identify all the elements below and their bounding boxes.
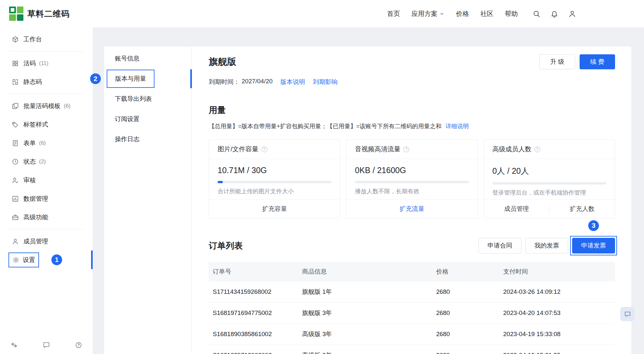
usage-card-header: 图片/文件容量 <box>209 140 340 159</box>
product-info: 旗舰版 1年 <box>298 281 432 303</box>
sidebar-item-static-codes[interactable]: 静态码 <box>0 73 93 91</box>
upgrade-button[interactable]: 升 级 <box>539 54 575 69</box>
usage-value: 0KB / 21600G <box>355 166 469 175</box>
logo-square <box>17 14 24 21</box>
nav-help[interactable]: 帮助 <box>503 7 519 20</box>
renew-button[interactable]: 续 费 <box>580 54 615 69</box>
progress-bar <box>218 181 331 183</box>
sidebar-item-status[interactable]: 状态 (2) <box>0 152 93 171</box>
expand-storage-button[interactable]: 扩充容量 <box>209 200 340 218</box>
search-icon[interactable] <box>532 10 541 18</box>
sidebar-item-settings[interactable]: 设置 1 <box>0 251 93 269</box>
usage-detail-link[interactable]: 详细说明 <box>446 122 469 130</box>
progress-bar <box>355 181 469 183</box>
sidebar-item-label-style[interactable]: 标签样式 <box>0 115 93 134</box>
orders-header-row: 订单列表 申请合同 我的发票 申请发票 3 <box>209 238 615 253</box>
sidebar-item-advanced[interactable]: 高级功能 <box>0 208 93 226</box>
orders-section-title: 订单列表 <box>209 240 243 252</box>
my-invoices-button[interactable]: 我的发票 <box>525 238 568 253</box>
table-row: S1681889712003002 高级版 3年 2680 2023-04-19… <box>209 345 615 354</box>
col-price: 价格 <box>432 262 499 281</box>
top-header: 草料二维码 首页 应用方案 价格 社区 帮助 <box>0 0 644 27</box>
apply-contract-button[interactable]: 申请合同 <box>478 238 521 253</box>
chevron-down-icon <box>439 11 445 17</box>
progress-bar <box>492 182 606 184</box>
member-management-button[interactable]: 成员管理 <box>484 200 549 218</box>
nav-community[interactable]: 社区 <box>479 7 495 20</box>
sidebar-item-label: 状态 <box>23 157 36 166</box>
usage-description: 【总用量】=版本自带用量+扩容包购买用量；【已用量】=该账号下所有二维码的用量之… <box>209 122 442 130</box>
plan-buttons: 升 级 续 费 <box>539 54 615 69</box>
nav-solutions[interactable]: 应用方案 <box>410 7 446 20</box>
sidebar-item-batch-template[interactable]: 批量活码模板 (6) <box>0 97 93 115</box>
sidebar-footer <box>0 341 93 354</box>
user-check-icon <box>12 177 19 184</box>
logo-icon <box>9 7 23 21</box>
product-info: 高级版 3年 <box>298 345 432 354</box>
sidebar-divider <box>8 51 84 51</box>
apply-invoice-button[interactable]: 申请发票 <box>572 238 615 253</box>
sidebar-item-live-codes[interactable]: 活码 (11) <box>0 54 93 73</box>
sidebar-item-label: 数据管理 <box>23 195 48 203</box>
sidebar-item-review[interactable]: 审核 <box>0 171 93 189</box>
question-circle-icon[interactable] <box>534 146 540 152</box>
settings-nav-download-export[interactable]: 下载导出列表 <box>104 89 192 109</box>
user-icon[interactable] <box>568 10 576 18</box>
usage-note: 合计所能上传的图片文件大小 <box>218 187 331 195</box>
sidebar-item-label: 高级功能 <box>23 213 48 222</box>
order-number: S1711434159268002 <box>209 281 298 303</box>
settings-nav-label: 下载导出列表 <box>115 95 152 103</box>
expiry-impact-link[interactable]: 到期影响 <box>313 78 338 86</box>
settings-nav-operation-log[interactable]: 操作日志 <box>104 129 192 149</box>
collapse-sidebar-icon[interactable] <box>10 341 18 349</box>
tag-icon <box>12 121 19 128</box>
chat-icon <box>624 310 631 318</box>
sidebar-item-label: 成员管理 <box>23 237 48 246</box>
settings-nav-subscription[interactable]: 订阅设置 <box>104 109 192 129</box>
settings-nav-version-usage[interactable]: 版本与用量 2 <box>104 69 192 89</box>
expiry-row: 到期时间： 2027/04/20 版本说明 到期影响 <box>209 78 615 86</box>
step-badge-1: 1 <box>51 254 62 265</box>
header-icons <box>532 10 576 18</box>
app-body: 工作台 活码 (11) 静态码 批量活码模板 (6) 标签样式 <box>0 27 644 354</box>
feedback-icon[interactable] <box>43 341 50 349</box>
logo[interactable]: 草料二维码 <box>9 7 70 21</box>
nav-home[interactable]: 首页 <box>386 7 401 20</box>
question-circle-icon[interactable] <box>403 146 409 152</box>
usage-card-footer: 扩充流量 <box>346 199 477 218</box>
usage-card-body: 0KB / 21600G 播放人数不限，长期有效 <box>346 159 477 195</box>
step-badge-3: 3 <box>588 220 599 231</box>
pay-time: 2024-03-26 14:09:12 <box>499 281 615 303</box>
clock-icon <box>12 158 19 165</box>
sidebar-item-workbench[interactable]: 工作台 <box>0 30 93 48</box>
sidebar-item-members[interactable]: 成员管理 <box>0 232 93 251</box>
product-info: 旗舰版 3年 <box>298 303 432 324</box>
expand-members-button[interactable]: 扩充人数 <box>549 200 615 218</box>
settings-nav-label: 版本与用量 <box>115 75 146 82</box>
sidebar-item-label: 批量活码模板 <box>23 102 60 110</box>
expiry-date: 2027/04/20 <box>242 78 273 86</box>
question-circle-icon[interactable] <box>262 146 267 152</box>
usage-description-row: 【总用量】=版本自带用量+扩容包购买用量；【已用量】=该账号下所有二维码的用量之… <box>209 122 615 130</box>
briefcase-icon <box>12 214 19 221</box>
expiry-label: 到期时间： <box>209 78 240 86</box>
logo-square <box>9 7 16 13</box>
price: 2680 <box>432 303 499 324</box>
nav-solutions-label: 应用方案 <box>411 9 437 18</box>
settings-nav-label: 订阅设置 <box>115 115 140 123</box>
bell-icon[interactable] <box>550 10 558 18</box>
settings-nav-account-info[interactable]: 账号信息 <box>104 48 192 69</box>
logo-square <box>17 7 24 13</box>
chat-float-button[interactable] <box>620 307 635 321</box>
version-description-link[interactable]: 版本说明 <box>280 78 305 86</box>
nav-pricing[interactable]: 价格 <box>455 7 470 20</box>
usage-card-footer: 成员管理 扩充人数 <box>484 199 615 218</box>
usage-section-title: 用量 <box>209 104 615 116</box>
sidebar-item-data-management[interactable]: 数据管理 <box>0 189 93 208</box>
sidebar-divider <box>8 94 84 94</box>
expand-traffic-button[interactable]: 扩充流量 <box>346 200 477 218</box>
orders-table: 订单号 商品信息 价格 支付时间 S1711434159268002 旗舰版 1… <box>209 262 615 354</box>
help-icon[interactable] <box>75 341 82 349</box>
copy-icon <box>12 102 19 110</box>
sidebar-item-forms[interactable]: 表单 (6) <box>0 134 93 152</box>
